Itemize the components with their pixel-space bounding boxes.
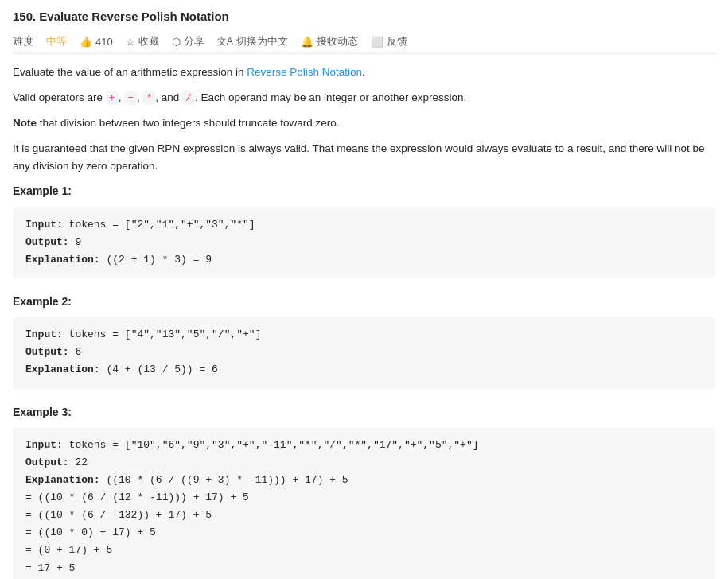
collect-button[interactable]: ☆ 收藏 (126, 34, 159, 49)
feedback-icon: ⬜ (371, 36, 383, 48)
likes-button[interactable]: 👍 410 (80, 36, 113, 48)
example-1: Example 1: Input: tokens = ["2","1","+",… (13, 182, 715, 278)
share-button[interactable]: ⬡ 分享 (172, 34, 204, 49)
example-2: Example 2: Input: tokens = ["4","13","5"… (13, 293, 715, 389)
translate-button[interactable]: 文A 切换为中文 (217, 34, 288, 49)
notify-label: 接收动态 (317, 34, 358, 49)
example-1-code: Input: tokens = ["2","1","+","3","*"] Ou… (13, 207, 715, 278)
feedback-button[interactable]: ⬜ 反馈 (371, 34, 407, 49)
translate-icon: 文A (217, 35, 233, 49)
bell-icon: 🔔 (301, 36, 313, 48)
description-line4: It is guaranteed that the given RPN expr… (13, 140, 715, 174)
description-line3: Note that division between two integers … (13, 115, 715, 132)
example-3-code: Input: tokens = ["10","6","9","3","+","-… (13, 427, 715, 579)
translate-label: 切换为中文 (236, 34, 288, 49)
likes-count: 410 (95, 36, 113, 48)
example-2-code: Input: tokens = ["4","13","5","/","+"] O… (13, 317, 715, 388)
share-icon: ⬡ (172, 36, 181, 48)
thumbs-up-icon: 👍 (80, 36, 92, 48)
description-line2: Valid operators are +, −, *, and /. Each… (13, 89, 715, 107)
example-3: Example 3: Input: tokens = ["10","6","9"… (13, 403, 715, 579)
difficulty-label: 难度 (13, 34, 33, 49)
rpn-link[interactable]: Reverse Polish Notation (247, 66, 362, 78)
feedback-label: 反馈 (387, 34, 407, 49)
share-label: 分享 (184, 34, 204, 49)
star-icon: ☆ (126, 36, 135, 48)
notify-button[interactable]: 🔔 接收动态 (301, 34, 358, 49)
example-2-title: Example 2: (13, 293, 715, 310)
description-line1: Evaluate the value of an arithmetic expr… (13, 64, 715, 81)
example-3-title: Example 3: (13, 403, 715, 421)
toolbar: 难度 中等 👍 410 ☆ 收藏 ⬡ 分享 文A 切换为中文 🔔 接收动态 ⬜ … (13, 29, 715, 54)
example-1-title: Example 1: (13, 182, 715, 200)
difficulty-value[interactable]: 中等 (46, 34, 67, 49)
page-title: 150. Evaluate Reverse Polish Notation (13, 10, 715, 23)
problem-content: Evaluate the value of an arithmetic expr… (13, 64, 715, 579)
collect-label: 收藏 (138, 34, 159, 49)
